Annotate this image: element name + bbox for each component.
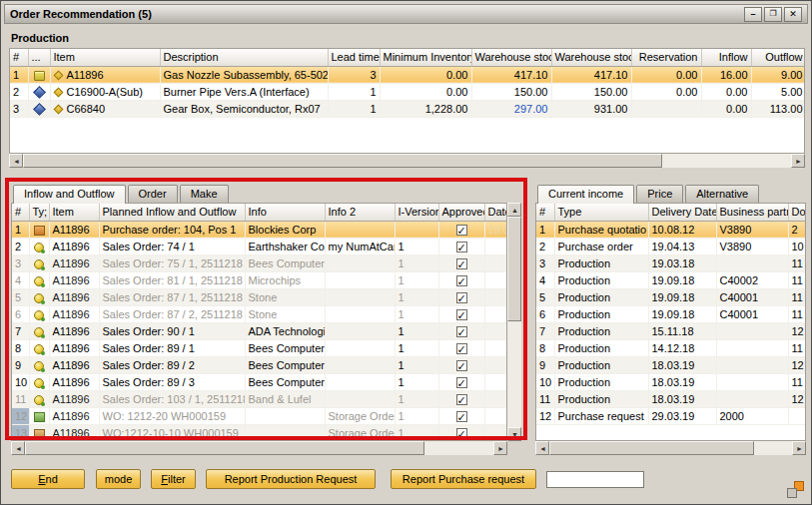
approved-cell[interactable] [438,390,484,407]
info-cell[interactable]: Bees Computers [245,373,325,390]
delivery-date-cell[interactable]: 15.11.18 [648,322,716,339]
type-cell[interactable]: Production [554,356,648,373]
business-partner-cell[interactable] [716,339,788,356]
business-partner-cell[interactable]: C40001 [716,288,788,305]
lead-time-cell[interactable]: 1 [328,83,380,100]
row-number-cell[interactable]: 6 [12,305,29,322]
i-version-cell[interactable]: 1 [395,238,438,254]
row-number-cell[interactable]: 12 [12,407,29,424]
income-table-row[interactable]: 4 Production 19.09.18 C40002 11 [536,271,806,288]
item-code-cell[interactable]: A11896 [49,390,99,407]
item-code-cell[interactable]: A11896 [49,424,99,441]
info2-cell[interactable] [325,271,395,288]
item-code-cell[interactable]: C16900-A(Sub) [50,83,160,100]
i-version-cell[interactable]: 1 [395,288,438,305]
scrollbar-track[interactable] [549,441,792,455]
info2-cell[interactable]: my NumAtCard-7 [325,238,395,254]
delivery-date-cell[interactable]: 18.03.19 [648,390,716,407]
warehouse-stock-1-cell[interactable]: 150.00 [471,83,551,100]
income-table-row[interactable]: 3 Production 19.03.18 11 [536,254,806,271]
planned-inflow-outflow-cell[interactable]: Sales Order: 75 / 1, 2511218 [99,254,245,271]
document-cell[interactable]: 11 [788,271,806,288]
min-inventory-cell[interactable]: 1,228.00 [380,100,471,117]
row-number-cell[interactable]: 1 [536,221,554,238]
item-code[interactable]: A11896 [67,69,104,81]
row-number-cell[interactable]: 2 [536,238,554,254]
i-version-cell[interactable]: 1 [395,356,438,373]
inflow-table-row[interactable]: 13 A11896 WO:1212-10-10 WH000159 Storage… [12,424,507,441]
item-code-cell[interactable]: A11896 [49,271,99,288]
date-of-order-cell[interactable] [484,407,507,424]
description-cell[interactable]: Gear Box, Semiconductor, Rx07 [160,100,328,117]
planned-inflow-outflow-cell[interactable]: Sales Order: 74 / 1 [99,238,245,254]
income-table-row[interactable]: 5 Production 19.09.18 C40001 11 [536,288,806,305]
link-arrow-icon[interactable] [53,70,63,80]
row-number-cell[interactable]: 8 [536,339,554,356]
approved-cell[interactable] [438,271,484,288]
scrollbar-thumb[interactable] [25,441,424,455]
tab-order[interactable]: Order [128,185,178,203]
inflow-table-row[interactable]: 4 A11896 Sales Order: 81 / 1, 2511218 Mi… [12,271,507,288]
income-table-row[interactable]: 10 Production 18.03.19 11 [536,373,806,390]
document-cell[interactable]: 11 [788,288,806,305]
col-header-item[interactable]: Item [50,49,160,66]
item-code[interactable]: C16900-A(Sub) [67,86,143,98]
inflow-table-row[interactable]: 5 A11896 Sales Order: 87 / 1, 2511218 St… [12,288,507,305]
tab-alternative[interactable]: Alternative [685,185,759,203]
form-settings-grip-icon[interactable] [787,481,804,498]
scroll-up-button[interactable] [507,203,521,217]
type-cell[interactable]: Production [554,271,648,288]
production-table-row[interactable]: 3 C66840 Gear Box, Semiconductor, Rx07 1… [10,100,805,117]
scrollbar-thumb[interactable] [549,441,754,455]
planned-inflow-outflow-cell[interactable]: Sales Order: 87 / 2, 2511218 [99,305,245,322]
delivery-date-cell[interactable]: 19.09.18 [648,271,716,288]
info-cell[interactable]: Stone [245,288,325,305]
inflow-table-row[interactable]: 3 A11896 Sales Order: 75 / 1, 2511218 Be… [12,254,507,271]
document-cell[interactable]: 11 [788,373,806,390]
lead-time-cell[interactable]: 1 [328,100,380,117]
description-cell[interactable]: Burner Pipe Vers.A (Interface) [160,83,328,100]
row-number-cell[interactable]: 8 [12,339,29,356]
col-header-business-partner[interactable]: Business partner [716,204,788,221]
row-number-cell[interactable]: 11 [536,390,554,407]
reservation-cell[interactable]: 0.00 [631,66,701,83]
planned-inflow-outflow-cell[interactable]: Sales Order: 89 / 1 [99,339,245,356]
delivery-date-cell[interactable]: 19.04.13 [648,238,716,254]
document-cell[interactable]: 12 [788,322,806,339]
type-cell[interactable]: Purchase order [554,238,648,254]
approved-checkbox[interactable] [456,309,467,320]
row-number-cell[interactable]: 10 [536,373,554,390]
date-of-order-cell[interactable] [484,271,507,288]
info-cell[interactable] [245,424,325,441]
inflow-cell[interactable]: 16.00 [701,66,751,83]
approved-checkbox[interactable] [456,242,467,252]
info2-cell[interactable] [325,373,395,390]
lead-time-cell[interactable]: 3 [328,66,380,83]
approved-checkbox[interactable] [456,411,467,422]
col-header-min-inventory[interactable]: Minimum Inventory [380,49,471,66]
approved-cell[interactable] [438,221,484,238]
info2-cell[interactable] [325,288,395,305]
approved-checkbox[interactable] [456,258,467,269]
delivery-date-cell[interactable]: 18.03.19 [648,356,716,373]
info-cell[interactable]: Bees Computers [245,254,325,271]
min-inventory-cell[interactable]: 0.00 [380,83,471,100]
inflow-table-row[interactable]: 8 A11896 Sales Order: 89 / 1 Bees Comput… [12,339,507,356]
footer-text-input[interactable] [546,471,644,488]
approved-checkbox[interactable] [456,225,467,236]
info-cell[interactable] [245,407,325,424]
maximize-button[interactable] [764,7,782,22]
col-header-number[interactable]: # [536,204,554,221]
scroll-right-button[interactable] [792,441,806,455]
col-header-lead-time[interactable]: Lead time [328,49,380,66]
approved-cell[interactable] [438,305,484,322]
tab-make[interactable]: Make [180,185,229,203]
row-number-cell[interactable]: 9 [12,356,29,373]
business-partner-cell[interactable] [716,373,788,390]
report-purchase-request-button[interactable]: Report Purchase request [391,469,536,489]
item-code-cell[interactable]: A11896 [49,356,99,373]
scroll-right-button[interactable] [493,441,507,455]
info2-cell[interactable] [325,254,395,271]
i-version-cell[interactable]: 1 [395,424,438,441]
production-table-row[interactable]: 1 A11896 Gas Nozzle Subassembly, 65-5025… [10,66,805,83]
